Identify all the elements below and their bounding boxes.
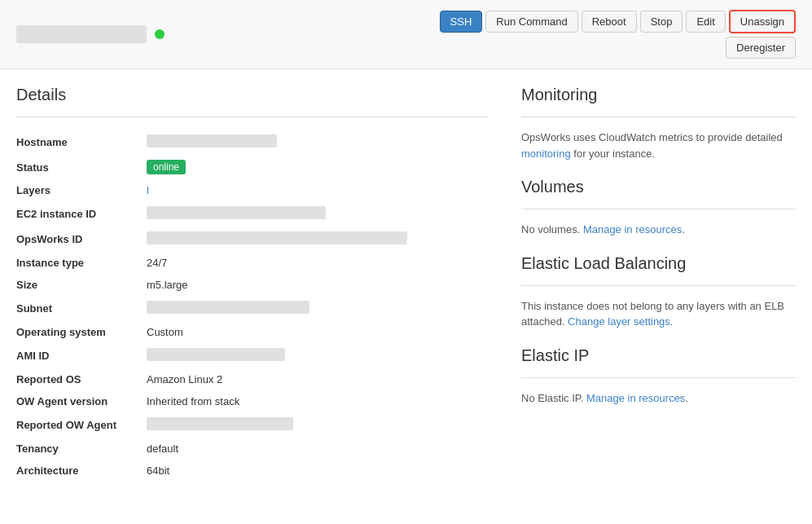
field-value: Custom (147, 321, 489, 343)
field-label: Status (16, 155, 147, 179)
field-value: 64bit (147, 460, 489, 482)
reported-agent-placeholder (147, 417, 293, 430)
field-value: l (147, 179, 489, 201)
volumes-divider (521, 209, 796, 209)
table-row: Size m5.large (16, 274, 489, 296)
field-label: Operating system (16, 321, 147, 343)
ami-id-placeholder (147, 348, 285, 361)
buttons-row: SSH Run Command Reboot Stop Edit Unassig… (440, 10, 796, 33)
table-row: AMI ID (16, 343, 489, 368)
field-value: Amazon Linux 2 (147, 368, 489, 390)
top-bar: SSH Run Command Reboot Stop Edit Unassig… (0, 0, 812, 69)
elb-settings-link[interactable]: Change layer settings (568, 315, 670, 328)
volumes-text-suffix: . (682, 223, 685, 236)
ec2-id-placeholder (147, 206, 326, 219)
layers-link[interactable]: l (147, 184, 149, 196)
run-command-button[interactable]: Run Command (485, 11, 577, 33)
elb-title: Elastic Load Balancing (521, 254, 796, 273)
table-row: Reported OS Amazon Linux 2 (16, 368, 489, 390)
field-label: AMI ID (16, 343, 147, 368)
table-row: Hostname (16, 130, 489, 155)
monitoring-title: Monitoring (521, 86, 796, 104)
field-label: Architecture (16, 460, 147, 482)
field-value: Inherited from stack (147, 390, 489, 412)
monitoring-link[interactable]: monitoring (521, 148, 571, 160)
deregister-button[interactable]: Deregister (726, 37, 796, 59)
field-value: m5.large (147, 274, 489, 296)
volumes-manage-link[interactable]: Manage in resources (583, 223, 682, 236)
field-value: default (147, 438, 489, 460)
table-row: Operating system Custom (16, 321, 489, 343)
monitoring-text-suffix: for your instance. (571, 148, 655, 160)
instance-name-placeholder (16, 25, 147, 43)
field-value: 24/7 (147, 252, 489, 274)
elastic-ip-title: Elastic IP (521, 346, 796, 365)
field-label: Layers (16, 179, 147, 201)
elb-section: Elastic Load Balancing This instance doe… (521, 254, 796, 330)
field-label: OpsWorks ID (16, 227, 147, 252)
table-row: Layers l (16, 179, 489, 201)
field-value (147, 201, 489, 227)
field-value: online (147, 155, 489, 179)
field-value (147, 296, 489, 321)
left-panel: Details Hostname Status online (16, 86, 489, 482)
field-label: Subnet (16, 296, 147, 321)
volumes-text-prefix: No volumes. (521, 223, 583, 236)
elb-divider (521, 285, 796, 286)
status-badge: online (147, 160, 186, 174)
stop-button[interactable]: Stop (640, 11, 683, 33)
field-label: Reported OS (16, 368, 147, 390)
table-row: OW Agent version Inherited from stack (16, 390, 489, 412)
field-value (147, 130, 489, 155)
unassign-button[interactable]: Unassign (729, 10, 796, 33)
elastic-ip-manage-link[interactable]: Manage in resources (586, 392, 685, 404)
field-value (147, 227, 489, 252)
monitoring-divider (521, 117, 796, 117)
volumes-section: Volumes No volumes. Manage in resources. (521, 178, 796, 238)
main-content: Details Hostname Status online (0, 69, 812, 498)
field-label: Tenancy (16, 438, 147, 460)
table-row: Architecture 64bit (16, 460, 489, 482)
elastic-ip-text-suffix: . (685, 392, 688, 404)
field-label: Hostname (16, 130, 147, 155)
monitoring-section: Monitoring OpsWorks uses CloudWatch metr… (521, 86, 796, 161)
monitoring-text-prefix: OpsWorks uses CloudWatch metrics to prov… (521, 131, 783, 143)
field-label: Size (16, 274, 147, 296)
details-divider (16, 117, 489, 117)
volumes-description: No volumes. Manage in resources. (521, 222, 796, 238)
table-row: Instance type 24/7 (16, 252, 489, 274)
table-row: Reported OW Agent (16, 412, 489, 438)
field-label: EC2 instance ID (16, 201, 147, 227)
table-row: OpsWorks ID (16, 227, 489, 252)
hostname-placeholder (147, 134, 277, 148)
volumes-title: Volumes (521, 178, 796, 196)
subnet-placeholder (147, 301, 309, 314)
field-value (147, 343, 489, 368)
table-row: Tenancy default (16, 438, 489, 460)
table-row: Status online (16, 155, 489, 179)
reboot-button[interactable]: Reboot (582, 11, 637, 33)
elastic-ip-description: No Elastic IP. Manage in resources. (521, 390, 796, 407)
field-label: Instance type (16, 252, 147, 274)
elb-text-suffix: . (670, 315, 674, 328)
table-row: EC2 instance ID (16, 201, 489, 227)
ssh-button[interactable]: SSH (440, 11, 483, 33)
opsworks-id-placeholder (147, 231, 407, 244)
details-title: Details (16, 86, 489, 104)
elastic-ip-divider (521, 377, 796, 378)
action-buttons-wrapper: SSH Run Command Reboot Stop Edit Unassig… (440, 10, 796, 59)
details-table: Hostname Status online Layers l (16, 130, 489, 482)
monitoring-description: OpsWorks uses CloudWatch metrics to prov… (521, 130, 796, 161)
elastic-ip-text-prefix: No Elastic IP. (521, 392, 586, 404)
elb-description: This instance does not belong to any lay… (521, 298, 796, 330)
elastic-ip-section: Elastic IP No Elastic IP. Manage in reso… (521, 346, 796, 407)
field-label: OW Agent version (16, 390, 147, 412)
right-panel: Monitoring OpsWorks uses CloudWatch metr… (521, 86, 796, 482)
status-indicator (155, 29, 165, 39)
field-label: Reported OW Agent (16, 412, 147, 438)
table-row: Subnet (16, 296, 489, 321)
edit-button[interactable]: Edit (686, 11, 725, 33)
field-value (147, 412, 489, 438)
